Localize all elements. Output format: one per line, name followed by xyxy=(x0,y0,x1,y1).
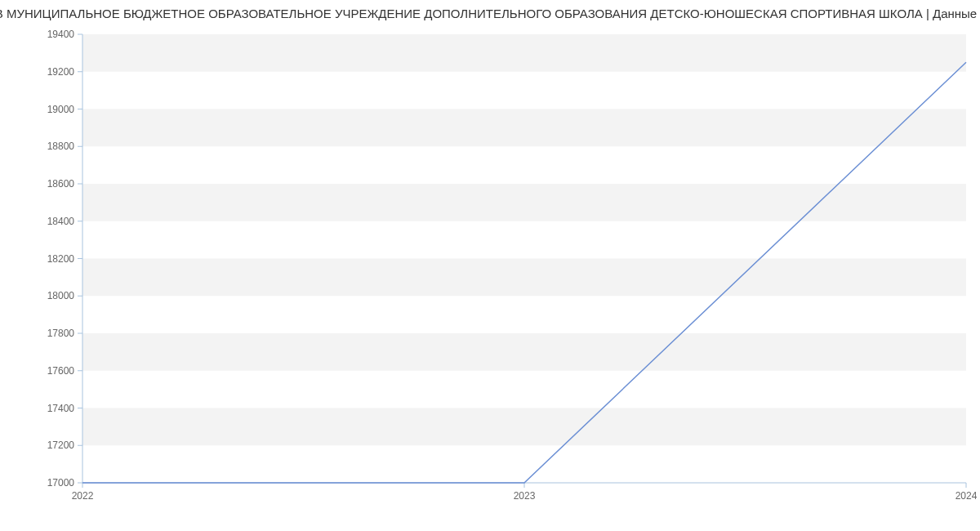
grid-band xyxy=(82,34,966,72)
grid-band xyxy=(82,109,966,147)
chart-title: АТА В МУНИЦИПАЛЬНОЕ БЮДЖЕТНОЕ ОБРАЗОВАТЕ… xyxy=(0,7,980,20)
x-tick-label: 2023 xyxy=(514,490,536,502)
y-tick-label: 18200 xyxy=(47,253,75,265)
y-tick-label: 18000 xyxy=(47,290,75,301)
x-tick-label: 2022 xyxy=(72,490,94,502)
grid-band xyxy=(82,259,966,297)
y-tick-label: 17800 xyxy=(47,328,75,339)
y-tick-label: 18400 xyxy=(47,216,75,227)
y-tick-label: 17200 xyxy=(47,440,75,451)
grid-band xyxy=(82,408,966,446)
grid-band xyxy=(82,333,966,371)
y-tick-label: 19400 xyxy=(47,29,75,40)
y-tick-label: 18600 xyxy=(47,178,75,190)
grid-band xyxy=(82,184,966,221)
y-tick-label: 17400 xyxy=(47,403,75,414)
x-tick-label: 2024 xyxy=(956,490,978,502)
y-tick-label: 19200 xyxy=(47,66,75,78)
y-tick-label: 17600 xyxy=(47,365,75,377)
y-tick-label: 18800 xyxy=(47,141,75,152)
chart-area: 1700017200174001760017800180001820018400… xyxy=(0,25,980,511)
y-tick-label: 17000 xyxy=(47,477,75,489)
y-tick-label: 19000 xyxy=(47,104,75,115)
chart-svg: 1700017200174001760017800180001820018400… xyxy=(0,25,980,511)
